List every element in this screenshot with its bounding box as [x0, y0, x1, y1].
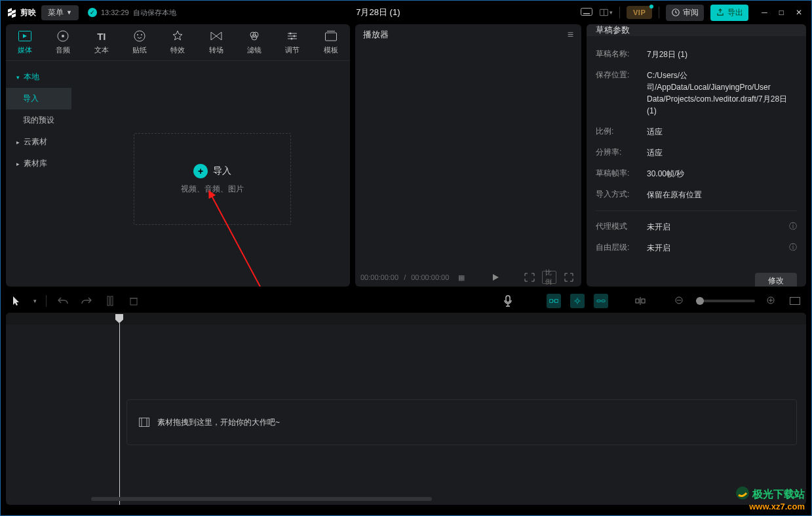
tab-audio[interactable]: 音频	[47, 30, 79, 55]
sidebar-label: 本地	[24, 71, 39, 83]
logo-icon	[6, 7, 18, 18]
tab-filter[interactable]: 滤镜	[238, 30, 271, 55]
horizontal-scrollbar[interactable]	[91, 497, 432, 501]
player-menu-icon[interactable]: ≡	[568, 29, 573, 41]
svg-point-31	[576, 300, 579, 303]
tab-adjust[interactable]: 调节	[276, 30, 309, 55]
svg-rect-40	[642, 299, 645, 303]
label-layer: 自由层级:	[596, 242, 638, 253]
tab-effect[interactable]: 特效	[161, 30, 194, 55]
sidebar-import[interactable]: 导入	[6, 88, 71, 109]
keyboard-icon[interactable]	[580, 7, 593, 18]
dropzone-subtitle: 视频、音频、图片	[181, 184, 244, 195]
timeline-ruler[interactable]	[6, 313, 806, 325]
sidebar-local[interactable]: ▾本地	[6, 66, 71, 88]
media-panel: 媒体 音频 TI 文本 贴纸 特效 转场	[6, 24, 350, 287]
dropzone-title: 导入	[213, 165, 231, 177]
divider	[46, 295, 47, 307]
sticker-icon	[133, 30, 146, 43]
delete-button[interactable]	[126, 294, 141, 308]
svg-rect-28	[550, 300, 553, 303]
zoom-slider[interactable]	[696, 300, 755, 302]
vip-button[interactable]: VIP	[627, 6, 652, 19]
undo-button[interactable]	[56, 294, 70, 308]
fullscreen-icon[interactable]	[562, 271, 576, 284]
value-ratio: 适应	[647, 126, 797, 138]
export-label: 导出	[727, 7, 743, 18]
tab-template[interactable]: 模板	[315, 30, 347, 55]
svg-point-10	[141, 34, 142, 35]
timeline-panel: 素材拖拽到这里，开始你的大作吧~	[6, 313, 806, 505]
player-title: 播放器	[363, 29, 389, 41]
layout-icon[interactable]: ▾	[600, 7, 613, 18]
draft-params-panel: 草稿参数 草稿名称:7月28日 (1) 保存位置:C:/Users/公司/App…	[587, 24, 806, 287]
autosave-status: ✓ 13:32:29 自动保存本地	[88, 8, 176, 18]
caret-right-icon: ▸	[16, 161, 20, 167]
label-proxy: 代理模式	[596, 221, 638, 232]
sidebar-label: 导入	[23, 93, 39, 104]
menu-button[interactable]: 菜单 ▼	[41, 5, 79, 20]
time-sep: /	[404, 273, 406, 281]
film-icon	[139, 418, 149, 427]
svg-point-7	[62, 35, 64, 37]
check-icon: ✓	[88, 8, 97, 17]
microphone-button[interactable]	[501, 294, 515, 308]
value-fps: 30.00帧/秒	[647, 168, 797, 180]
info-icon[interactable]: ⓘ	[789, 221, 797, 232]
project-title: 7月28日 (1)	[182, 7, 575, 18]
svg-point-17	[290, 33, 292, 35]
plus-icon: +	[193, 164, 208, 178]
value-proxy: 未开启	[647, 221, 780, 233]
link-toggle[interactable]	[594, 294, 608, 308]
player-grid-icon[interactable]: ▦	[454, 271, 469, 284]
zoom-fit-button[interactable]	[788, 294, 802, 308]
modify-button[interactable]: 修改	[755, 273, 797, 287]
adjust-icon	[286, 30, 299, 43]
split-button[interactable]	[103, 294, 117, 308]
tab-transition[interactable]: 转场	[200, 30, 233, 55]
info-icon[interactable]: ⓘ	[789, 242, 797, 253]
sidebar-label: 素材库	[24, 158, 47, 169]
svg-rect-29	[555, 300, 558, 303]
template-icon	[324, 30, 338, 43]
sidebar-cloud[interactable]: ▸云素材	[6, 131, 71, 153]
tab-label: 媒体	[18, 45, 32, 55]
tab-sticker[interactable]: 贴纸	[123, 30, 156, 55]
minimize-button[interactable]: ─	[762, 8, 767, 17]
player-viewport[interactable]	[355, 45, 581, 268]
tab-media[interactable]: 媒体	[9, 30, 41, 55]
chevron-down-icon: ▼	[66, 9, 72, 16]
time-total: 00:00:00:00	[411, 273, 449, 281]
preview-toggle[interactable]	[570, 294, 585, 308]
align-button[interactable]	[633, 294, 648, 308]
tab-text[interactable]: TI 文本	[85, 30, 118, 55]
maximize-button[interactable]: □	[779, 8, 784, 17]
snap-toggle[interactable]	[547, 294, 561, 308]
zoom-in-button[interactable]	[764, 294, 779, 308]
play-button[interactable]	[488, 271, 503, 284]
zoom-out-button[interactable]	[672, 294, 687, 308]
ratio-button[interactable]: 比例	[542, 271, 556, 284]
sidebar-presets[interactable]: 我的预设	[6, 109, 71, 131]
slider-thumb[interactable]	[696, 297, 704, 305]
chevron-down-icon[interactable]: ▾	[33, 298, 37, 304]
review-button[interactable]: 审阅	[666, 5, 704, 21]
close-button[interactable]: ✕	[796, 8, 802, 17]
svg-point-8	[134, 31, 145, 41]
track-placeholder[interactable]: 素材拖拽到这里，开始你的大作吧~	[126, 399, 797, 445]
import-dropzone[interactable]: + 导入 视频、音频、图片	[134, 133, 291, 225]
playhead[interactable]	[115, 314, 123, 505]
sidebar-library[interactable]: ▸素材库	[6, 153, 71, 174]
tab-label: 贴纸	[132, 45, 147, 55]
text-icon: TI	[95, 30, 108, 43]
label-ratio: 比例:	[596, 126, 638, 137]
cursor-tool[interactable]	[10, 294, 24, 308]
tab-label: 滤镜	[247, 45, 261, 55]
svg-rect-27	[506, 296, 510, 302]
review-label: 审阅	[683, 7, 699, 18]
frame-icon[interactable]	[522, 271, 537, 284]
export-button[interactable]: 导出	[710, 5, 748, 21]
caret-right-icon: ▸	[16, 139, 20, 146]
svg-point-18	[294, 35, 296, 37]
redo-button[interactable]	[79, 294, 94, 308]
